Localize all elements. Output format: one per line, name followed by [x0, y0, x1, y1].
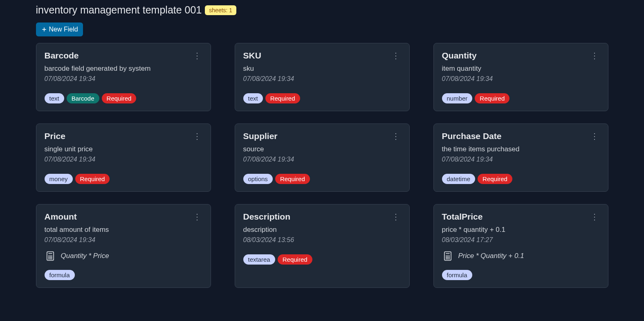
field-date: 07/08/2024 19:34: [243, 156, 401, 163]
svg-point-18: [446, 257, 446, 258]
more-vertical-icon: ⋮: [193, 51, 201, 60]
badge-row: optionsRequired: [243, 174, 401, 184]
field-card: Supplier⋮source07/08/2024 19:34optionsRe…: [235, 123, 410, 192]
more-vertical-icon: ⋮: [590, 212, 598, 221]
required-badge: Required: [75, 174, 110, 184]
svg-point-5: [50, 256, 50, 256]
card-header: Price⋮: [45, 131, 202, 141]
card-header: Quantity⋮: [442, 51, 600, 61]
more-vertical-icon: ⋮: [590, 51, 598, 60]
field-card: Barcode⋮barcode field generated by syste…: [36, 43, 211, 111]
field-date: 08/03/2024 17:27: [442, 236, 600, 244]
field-description: the time items purchased: [442, 145, 600, 153]
field-name: TotalPrice: [442, 212, 483, 222]
svg-point-20: [449, 257, 449, 258]
more-menu-button[interactable]: ⋮: [390, 51, 401, 61]
field-name: Purchase Date: [442, 131, 502, 141]
plus-icon: [41, 26, 47, 33]
field-description: barcode field generated by system: [45, 65, 202, 73]
type-badge: number: [442, 93, 473, 103]
field-card: Quantity⋮item quantity07/08/2024 19:34nu…: [433, 43, 608, 111]
field-card: Purchase Date⋮the time items purchased07…: [433, 123, 608, 192]
barcode-badge: Barcode: [67, 93, 99, 103]
field-description: sku: [243, 65, 401, 73]
required-badge: Required: [478, 174, 512, 184]
field-card: Description⋮description08/03/2024 13:56t…: [235, 204, 410, 288]
more-menu-button[interactable]: ⋮: [589, 131, 600, 141]
page-title: inventory management template 001: [36, 4, 202, 16]
field-date: 07/08/2024 19:34: [442, 156, 600, 163]
svg-point-7: [48, 257, 49, 258]
field-card: TotalPrice⋮price * quantity + 0.108/03/2…: [433, 204, 608, 288]
more-vertical-icon: ⋮: [590, 132, 598, 141]
field-name: Amount: [45, 212, 77, 222]
field-description: total amount of items: [45, 226, 202, 234]
sheets-count-badge: sheets: 1: [205, 5, 236, 15]
badge-row: textBarcodeRequired: [45, 93, 202, 103]
field-card: Price⋮single unit price07/08/2024 19:34m…: [36, 123, 211, 192]
field-date: 08/03/2024 13:56: [243, 236, 401, 244]
card-header: Description⋮: [243, 212, 401, 222]
svg-point-10: [48, 258, 49, 259]
field-card: SKU⋮sku07/08/2024 19:34textRequired: [235, 43, 410, 111]
field-description: item quantity: [442, 65, 600, 73]
formula-row: Price * Quantity + 0.1: [442, 250, 600, 262]
more-menu-button[interactable]: ⋮: [191, 131, 202, 141]
field-description: price * quantity + 0.1: [442, 226, 600, 234]
svg-point-21: [446, 258, 446, 259]
more-vertical-icon: ⋮: [392, 51, 399, 60]
more-menu-button[interactable]: ⋮: [390, 131, 401, 141]
field-date: 07/08/2024 19:34: [45, 236, 202, 244]
page-header: inventory management template 001 sheets…: [36, 4, 608, 16]
type-badge: text: [45, 93, 64, 103]
svg-point-16: [447, 256, 448, 256]
badge-row: numberRequired: [442, 93, 600, 103]
field-name: SKU: [243, 51, 261, 61]
type-badge: formula: [45, 270, 75, 280]
more-vertical-icon: ⋮: [193, 132, 201, 141]
type-badge: formula: [442, 270, 472, 280]
new-field-label: New Field: [49, 26, 78, 33]
svg-point-23: [449, 258, 449, 259]
svg-point-6: [51, 256, 52, 256]
field-name: Quantity: [442, 51, 477, 61]
card-header: Amount⋮: [45, 212, 202, 222]
field-description: source: [243, 145, 401, 153]
required-badge: Required: [275, 174, 310, 184]
more-menu-button[interactable]: ⋮: [589, 51, 600, 61]
field-name: Description: [243, 212, 291, 222]
type-badge: money: [45, 174, 73, 184]
field-date: 07/08/2024 19:34: [45, 75, 202, 83]
svg-point-9: [51, 257, 52, 258]
more-vertical-icon: ⋮: [193, 212, 201, 221]
badge-row: textareaRequired: [243, 254, 401, 265]
formula-expression: Quantity * Price: [61, 252, 109, 260]
required-badge: Required: [102, 93, 137, 103]
more-menu-button[interactable]: ⋮: [191, 51, 202, 61]
field-date: 07/08/2024 19:34: [442, 75, 600, 83]
more-menu-button[interactable]: ⋮: [390, 212, 401, 222]
svg-point-15: [446, 256, 446, 256]
required-badge: Required: [278, 254, 312, 265]
card-header: Supplier⋮: [243, 131, 401, 141]
card-header: TotalPrice⋮: [442, 212, 600, 222]
field-grid: Barcode⋮barcode field generated by syste…: [36, 43, 608, 288]
card-header: Purchase Date⋮: [442, 131, 600, 141]
more-vertical-icon: ⋮: [392, 132, 399, 141]
field-name: Barcode: [45, 51, 79, 61]
svg-point-4: [48, 256, 49, 256]
field-date: 07/08/2024 19:34: [243, 75, 401, 83]
badge-row: textRequired: [243, 93, 401, 103]
more-menu-button[interactable]: ⋮: [589, 212, 600, 222]
formula-row: Quantity * Price: [45, 250, 202, 262]
type-badge: options: [243, 174, 273, 184]
more-vertical-icon: ⋮: [392, 212, 399, 221]
required-badge: Required: [475, 93, 509, 103]
badge-row: moneyRequired: [45, 174, 202, 184]
field-description: single unit price: [45, 145, 202, 153]
type-badge: textarea: [243, 254, 275, 265]
more-menu-button[interactable]: ⋮: [191, 212, 202, 222]
field-description: description: [243, 226, 401, 234]
svg-point-12: [51, 258, 52, 259]
new-field-button[interactable]: New Field: [36, 22, 83, 36]
